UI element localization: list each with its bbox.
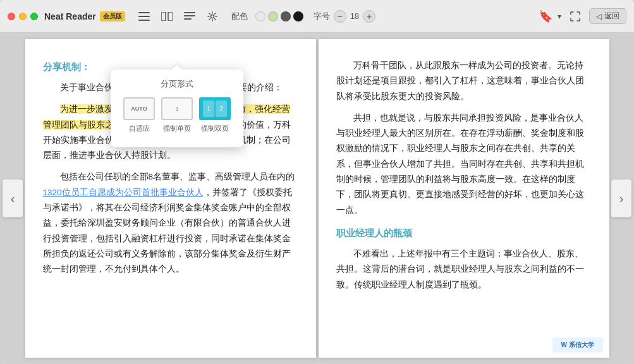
auto-preview: AUTO xyxy=(123,97,155,120)
svg-rect-6 xyxy=(184,15,195,16)
app-window: Neat Reader 会员版 配色 xyxy=(0,0,634,364)
svg-rect-1 xyxy=(138,16,150,17)
color-dot-green[interactable] xyxy=(268,11,278,21)
single-preview: 1 xyxy=(161,97,193,120)
left-para-3: 包括在公司任职的全部8名董事、监事、高级管理人员在内的1320位员工自愿成为公司… xyxy=(43,169,298,277)
right-page: 万科骨干团队，从此跟股东一样成为公司的投资者。无论持股计划还是项目跟投，都引入了… xyxy=(319,39,609,358)
content-area: ‹ 分享机制： 关于事业合伙人机制，万科在2014年报中有简要的介绍： 为进一步… xyxy=(0,33,634,364)
next-page-button[interactable]: › xyxy=(611,179,631,217)
popup-option-double[interactable]: 1 2 强制双页 xyxy=(199,97,231,133)
font-size-value: 18 xyxy=(350,11,359,21)
right-toolbar: 🔖 ▾ ◁ 返回 xyxy=(539,8,626,25)
svg-rect-5 xyxy=(184,12,195,13)
bookmark-icon[interactable]: 🔖 xyxy=(539,9,552,23)
color-dot-dark[interactable] xyxy=(281,11,291,21)
popup-options: AUTO 自适应 1 强制单页 1 2 强制双页 xyxy=(121,97,233,133)
popup-title: 分页形式 xyxy=(121,78,233,90)
traffic-lights xyxy=(8,13,38,20)
font-increase-button[interactable]: + xyxy=(363,10,375,23)
back-button[interactable]: ◁ 返回 xyxy=(589,8,626,24)
popup-option-single[interactable]: 1 强制单页 xyxy=(161,97,193,133)
popup-option-auto[interactable]: AUTO 自适应 xyxy=(123,97,155,133)
content-view-button[interactable] xyxy=(181,8,198,25)
page-format-popup: 分页形式 AUTO 自适应 1 强制单页 1 2 xyxy=(111,70,243,147)
popup-arrow xyxy=(172,64,182,70)
double-label: 强制双页 xyxy=(201,124,229,133)
right-para-1: 万科骨干团队，从此跟股东一样成为公司的投资者。无论持股计划还是项目跟投，都引入了… xyxy=(336,58,592,104)
svg-rect-4 xyxy=(168,12,173,21)
section-title-right: 职业经理人的瓶颈 xyxy=(336,224,592,241)
svg-rect-7 xyxy=(184,18,192,20)
color-dot-light[interactable] xyxy=(255,11,265,21)
page-layout-button[interactable] xyxy=(158,8,176,25)
svg-rect-0 xyxy=(138,12,150,13)
color-section xyxy=(255,11,303,21)
single-label: 强制单页 xyxy=(163,124,191,133)
title-bar: Neat Reader 会员版 配色 xyxy=(0,0,634,33)
right-para-3: 不难看出，上述年报中有三个主题词：事业合伙人、股东、共担。这背后的潜台词，就是职… xyxy=(336,246,592,293)
font-size-section: 字号 − 18 + xyxy=(314,10,375,23)
auto-label: 自适应 xyxy=(129,124,150,133)
prev-page-button[interactable]: ‹ xyxy=(3,179,23,217)
font-size-label: 字号 xyxy=(314,11,330,22)
app-title: Neat Reader xyxy=(44,11,96,21)
minimize-button[interactable] xyxy=(19,13,27,20)
back-label: 返回 xyxy=(604,11,619,21)
right-para-2: 共担，也就是说，与股东共同承担投资风险，是事业合伙人与职业经理人最大的区别所在。… xyxy=(336,111,592,218)
vip-badge: 会员版 xyxy=(100,11,125,21)
font-decrease-button[interactable]: − xyxy=(334,10,346,23)
color-dot-black[interactable] xyxy=(293,11,303,21)
svg-point-8 xyxy=(210,15,214,18)
watermark: W 系信大学 xyxy=(552,337,603,353)
double-preview: 1 2 xyxy=(199,97,231,120)
toolbar-icons: 配色 字号 − 18 + xyxy=(135,8,375,25)
bookmark-chevron[interactable]: ▾ xyxy=(558,12,561,21)
maximize-button[interactable] xyxy=(30,13,38,20)
color-scheme-label: 配色 xyxy=(231,11,248,22)
close-button[interactable] xyxy=(8,13,15,20)
svg-rect-2 xyxy=(138,20,150,21)
settings-button[interactable] xyxy=(204,8,221,25)
fullscreen-button[interactable] xyxy=(566,8,584,25)
menu-button[interactable] xyxy=(135,8,153,25)
svg-rect-3 xyxy=(161,12,166,21)
highlight-blue-1: 1320位员工自愿成为公司首批事业合伙人 xyxy=(43,188,204,197)
back-icon: ◁ xyxy=(596,12,602,21)
